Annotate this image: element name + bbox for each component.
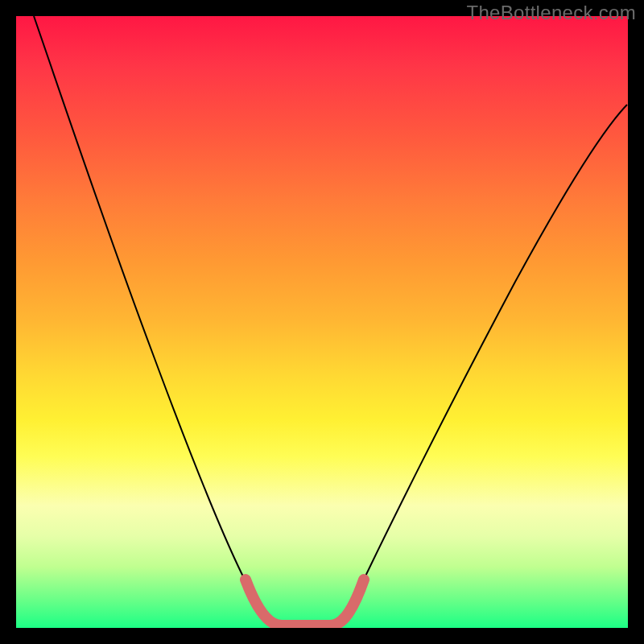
highlight-region xyxy=(246,580,364,625)
chart-frame: TheBottleneck.com xyxy=(0,0,644,644)
curve-layer xyxy=(16,16,628,628)
plot-area xyxy=(16,16,628,628)
watermark-text: TheBottleneck.com xyxy=(466,2,636,24)
bottleneck-curve xyxy=(34,16,627,625)
